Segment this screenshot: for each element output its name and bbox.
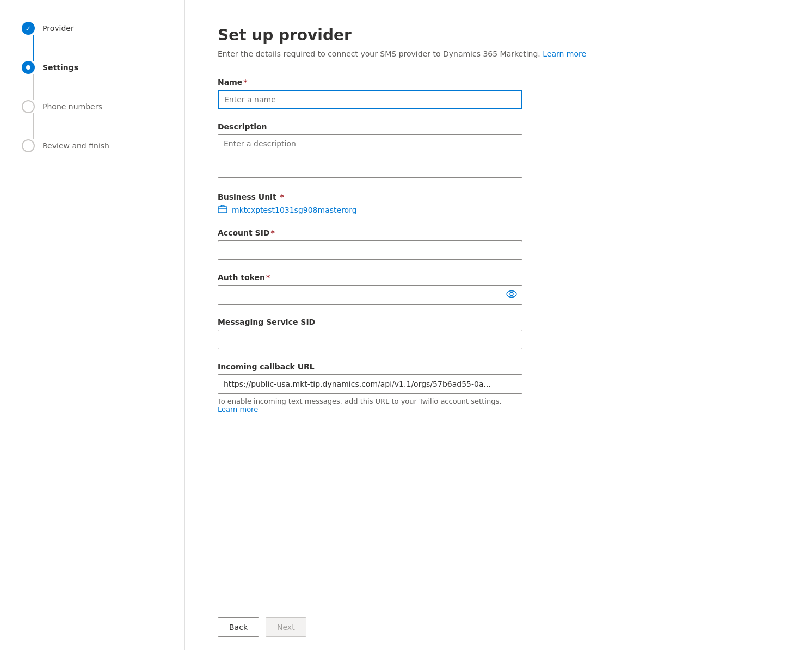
step-circle-settings [22, 61, 35, 74]
svg-point-3 [510, 293, 513, 296]
name-section: Name* [218, 78, 642, 109]
step-circle-phone-numbers [22, 100, 35, 113]
connector-2 [33, 74, 34, 100]
incoming-callback-url-input[interactable] [218, 374, 522, 394]
description-textarea[interactable] [218, 134, 522, 178]
incoming-callback-url-section: Incoming callback URL To enable incoming… [218, 362, 642, 413]
step-circle-review-finish [22, 139, 35, 152]
sidebar: ✓ Provider Settings Phone numbers Review… [0, 0, 185, 650]
auth-token-section: Auth token* [218, 273, 642, 305]
next-button[interactable]: Next [266, 617, 306, 637]
step-label-review-finish: Review and finish [42, 141, 109, 150]
auth-token-input-wrapper [218, 285, 522, 305]
step-settings[interactable]: Settings [22, 61, 184, 74]
svg-point-2 [507, 291, 516, 298]
messaging-service-sid-input[interactable] [218, 330, 522, 349]
connector-1 [33, 35, 34, 61]
step-review-finish[interactable]: Review and finish [22, 139, 184, 152]
account-sid-label: Account SID* [218, 228, 642, 237]
step-circle-provider: ✓ [22, 22, 35, 35]
auth-token-label: Auth token* [218, 273, 642, 282]
account-sid-required-star: * [270, 228, 274, 237]
account-sid-section: Account SID* [218, 228, 642, 260]
messaging-service-sid-label: Messaging Service SID [218, 318, 642, 326]
step-provider[interactable]: ✓ Provider [22, 22, 184, 35]
active-dot [26, 65, 30, 70]
description-label: Description [218, 122, 642, 131]
description-section: Description [218, 122, 642, 179]
step-phone-numbers[interactable]: Phone numbers [22, 100, 184, 113]
page-title: Set up provider [218, 26, 642, 44]
connector-3 [33, 113, 34, 139]
svg-rect-0 [218, 207, 227, 213]
messaging-service-sid-section: Messaging Service SID [218, 318, 642, 349]
account-sid-input[interactable] [218, 240, 522, 260]
business-unit-required-star: * [278, 193, 284, 201]
step-label-phone-numbers: Phone numbers [42, 102, 102, 111]
incoming-callback-url-label: Incoming callback URL [218, 362, 642, 371]
auth-token-required-star: * [266, 273, 270, 282]
content-area: Set up provider Enter the details requir… [185, 0, 675, 604]
step-label-settings: Settings [42, 63, 78, 72]
main-content: Set up provider Enter the details requir… [185, 0, 812, 650]
back-button[interactable]: Back [218, 617, 259, 637]
learn-more-link-callback[interactable]: Learn more [218, 405, 258, 413]
footer: Back Next [185, 604, 812, 650]
learn-more-link-top[interactable]: Learn more [543, 49, 586, 58]
business-unit-section: Business Unit * mktcxptest1031sg908maste… [218, 193, 642, 215]
business-unit-row[interactable]: mktcxptest1031sg908masterorg [218, 205, 642, 215]
toggle-password-icon[interactable] [506, 290, 517, 300]
callback-note: To enable incoming text messages, add th… [218, 397, 522, 413]
name-label: Name* [218, 78, 642, 86]
step-label-provider: Provider [42, 24, 74, 33]
name-input[interactable] [218, 90, 522, 109]
business-unit-icon [218, 205, 227, 215]
business-unit-value: mktcxptest1031sg908masterorg [232, 206, 357, 214]
page-subtitle: Enter the details required to connect yo… [218, 49, 642, 58]
name-required-star: * [243, 78, 247, 86]
checkmark-icon: ✓ [26, 24, 32, 33]
business-unit-label: Business Unit * [218, 193, 642, 201]
auth-token-input[interactable] [218, 285, 522, 305]
